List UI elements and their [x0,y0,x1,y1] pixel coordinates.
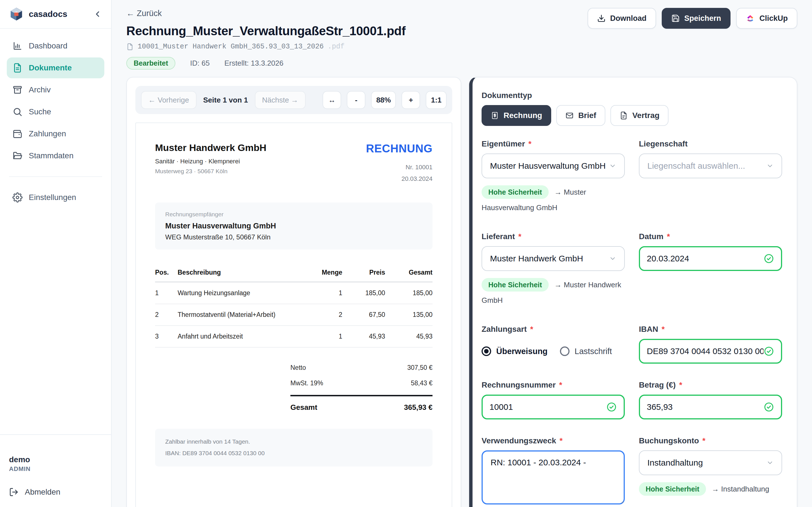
clickup-button[interactable]: ClickUp [736,8,797,29]
casadocs-logo-icon [9,7,24,21]
chevron-down-icon [609,162,616,170]
iban-label-text: IBAN [639,325,658,334]
cell-total: 45,93 [385,326,433,347]
field-buchungskonto: Buchungskonto* Instandhaltung Hohe Siche… [639,436,782,507]
invoice-table: Pos. Beschreibung Menge Preis Gesamt 1 W… [155,265,433,348]
radio-lastschrift[interactable]: Lastschrift [560,346,612,356]
pdf-page: Muster Handwerk GmbH Sanitär · Heizung ·… [135,122,452,507]
receipt-icon [491,111,499,120]
logout-button[interactable]: Abmelden [9,487,102,497]
save-label: Speichern [684,14,721,23]
sidebar-item-suche[interactable]: Suche [7,101,104,122]
verwendungszweck-textarea[interactable]: RN: 10001 - 20.03.2024 - [481,450,625,504]
confidence-text: → Instandhaltung [712,485,769,493]
save-button[interactable]: Speichern [662,8,731,29]
sidebar-item-zahlungen[interactable]: Zahlungen [7,123,104,144]
brand-name: casadocs [29,9,88,19]
betrag-label-text: Betrag (€) [639,381,676,390]
fit-width-button[interactable]: ↔ [322,91,341,109]
doc-type-brief-button[interactable]: Brief [556,105,605,126]
liegenschaft-placeholder: Liegenschaft auswählen... [647,161,766,171]
sidebar-item-dashboard[interactable]: Dashboard [7,36,104,56]
check-circle-icon [763,402,774,412]
sidebar-item-stammdaten[interactable]: Stammdaten [7,145,104,166]
zoom-out-button[interactable]: - [347,91,365,109]
cell-pos: 1 [155,282,177,304]
required-mark: * [518,232,521,241]
doc-type-rechnung-button[interactable]: Rechnung [481,105,551,126]
content-row: ← Vorherige Seite 1 von 1 Nächste → ↔ - … [126,77,797,507]
doc-type-vertrag-label: Vertrag [632,111,660,120]
invoice-doc-title: RECHNUNG [366,142,433,155]
cell-pos: 3 [155,326,177,347]
table-row: 2 Thermostatventil (Material+Arbeit) 2 6… [155,304,433,326]
tax-label: MwSt. 19% [290,379,323,387]
folder-open-icon [12,151,22,161]
check-circle-icon [763,346,774,356]
lieferant-confidence: Hohe Sicherheit→ Muster Handwerk GmbH [481,277,625,308]
cell-qty: 1 [310,282,342,304]
invoice-date: 20.03.2024 [366,173,433,185]
lieferant-label-text: Lieferant [481,232,515,241]
pdf-toolbar: ← Vorherige Seite 1 von 1 Nächste → ↔ - … [135,86,452,114]
required-mark: * [530,325,533,334]
next-page-button[interactable]: Nächste → [255,91,306,109]
back-link[interactable]: ← Zurück [126,9,162,18]
mail-icon [565,111,574,120]
clickup-label: ClickUp [759,14,788,23]
eigentuemer-select[interactable]: Muster Hausverwaltung GmbH [481,154,625,178]
invoice-doc-block: RECHNUNG Nr. 10001 20.03.2024 [366,142,433,184]
buchungskonto-select[interactable]: Instandhaltung [639,450,782,475]
download-button[interactable]: Download [588,8,656,29]
sidebar-item-einstellungen[interactable]: Einstellungen [7,187,104,208]
cell-qty: 2 [310,304,342,326]
confidence-badge: Hohe Sicherheit [639,482,706,496]
rechnungsnummer-label-text: Rechnungsnummer [481,381,556,390]
chevron-down-icon [609,255,616,262]
prev-page-button[interactable]: ← Vorherige [141,91,197,109]
download-label: Download [610,14,647,23]
sidebar-collapse-icon[interactable] [93,10,102,18]
user-name: demo [9,455,102,464]
invoice-company-block: Muster Handwerk GmbH Sanitär · Heizung ·… [155,142,266,184]
invoice-doc-meta: Nr. 10001 20.03.2024 [366,162,433,184]
zoom-in-button[interactable]: + [402,91,420,109]
sidebar-item-archiv[interactable]: Archiv [7,79,104,100]
sidebar: casadocs Dashboard Dokumente [0,0,112,507]
iban-input[interactable] [647,346,763,356]
invoice-company-address: Musterweg 23 · 50667 Köln [155,168,266,175]
radio-label: Lastschrift [574,347,612,356]
field-datum: Datum* [639,232,782,308]
liegenschaft-label-text: Liegenschaft [639,139,688,149]
lieferant-select[interactable]: Muster Handwerk GmbH [481,246,625,271]
betrag-input[interactable] [647,402,763,412]
recipient-label: Rechnungsempfänger [165,211,422,218]
cell-total: 185,00 [385,282,433,304]
zoom-reset-button[interactable]: 1:1 [426,91,447,109]
invoice-iban: IBAN: DE89 3704 0044 0532 0130 00 [165,448,422,459]
liegenschaft-select[interactable]: Liegenschaft auswählen... [639,154,782,178]
source-file-row: 10001_Muster Handwerk GmbH_365.93_03_13_… [126,43,797,51]
zahlungsart-label-text: Zahlungsart [481,325,527,334]
doc-type-vertrag-button[interactable]: Vertrag [610,105,669,126]
total-value: 365,93 € [404,403,433,412]
tax-value: 58,43 € [411,379,433,387]
sidebar-item-label: Suche [29,107,51,116]
datum-input[interactable] [647,254,763,263]
rechnungsnummer-input[interactable] [490,402,606,412]
sidebar-divider [9,176,102,177]
doc-type-rechnung-label: Rechnung [504,111,542,120]
sidebar-item-dokumente[interactable]: Dokumente [7,57,104,78]
bar-chart-icon [12,41,22,51]
created-date: Erstellt: 13.3.2026 [224,59,284,68]
buchungskonto-value: Instandhaltung [647,458,766,467]
zahlungsart-label: Zahlungsart* [481,325,625,334]
field-rechnungsnummer: Rechnungsnummer* [481,381,625,419]
verwendungszweck-label: Verwendungszweck* [481,436,625,445]
eigentuemer-label: Eigentümer* [481,139,625,149]
netto-label: Netto [290,364,306,372]
radio-ueberweisung[interactable]: Überweisung [481,346,548,356]
doc-id: ID: 65 [190,59,209,68]
field-zahlungsart: Zahlungsart* Überweisung Lastschrift [481,325,625,363]
confidence-badge: Hohe Sicherheit [481,278,549,291]
